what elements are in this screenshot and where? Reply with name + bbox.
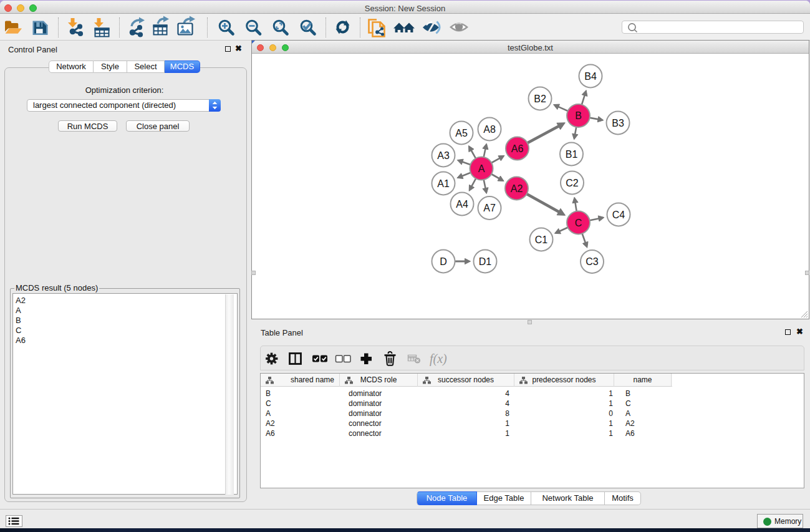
svg-text:D1: D1 xyxy=(479,256,492,267)
svg-text:A6: A6 xyxy=(511,143,524,154)
svg-text:A: A xyxy=(478,163,485,174)
svg-text:C4: C4 xyxy=(612,210,625,220)
svg-text:C1: C1 xyxy=(535,235,548,245)
svg-text:C3: C3 xyxy=(586,256,599,267)
svg-text:C: C xyxy=(575,218,582,228)
svg-text:f(x): f(x) xyxy=(430,352,447,366)
svg-text:A1: A1 xyxy=(437,178,450,189)
svg-text:A8: A8 xyxy=(483,124,496,135)
svg-text:D: D xyxy=(440,256,447,267)
svg-text:B: B xyxy=(575,110,582,121)
svg-text:A5: A5 xyxy=(455,128,468,138)
svg-text:B4: B4 xyxy=(584,71,597,82)
svg-text:A4: A4 xyxy=(456,199,468,210)
svg-text:A3: A3 xyxy=(437,150,450,161)
svg-text:B1: B1 xyxy=(566,149,578,160)
svg-text:B2: B2 xyxy=(534,94,546,104)
svg-text:B3: B3 xyxy=(612,118,624,128)
svg-text:A7: A7 xyxy=(483,203,496,213)
svg-text:C2: C2 xyxy=(566,178,579,188)
svg-text:A2: A2 xyxy=(511,183,523,194)
